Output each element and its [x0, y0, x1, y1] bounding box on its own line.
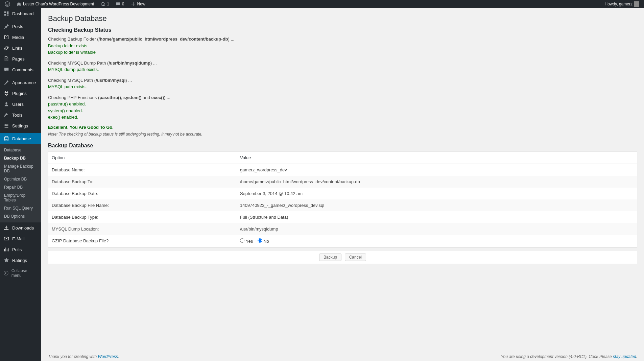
sidebar-item-pages[interactable]: Pages [0, 53, 41, 64]
mail-icon [3, 236, 9, 242]
sidebar-item-comments[interactable]: Comments [0, 64, 41, 75]
sidebar-item-links[interactable]: Links [0, 43, 41, 53]
value-cell: 1409740923_-_gamerz_wordpress_dev.sql [237, 199, 637, 211]
sidebar-item-appearance[interactable]: Appearance [0, 77, 41, 88]
submenu-item-optimize-db[interactable]: Optimize DB [0, 175, 41, 183]
comments-bar[interactable]: 0 [113, 0, 126, 8]
new-label: New [137, 0, 145, 8]
dashboard-icon [3, 10, 9, 17]
sidebar-item-polls[interactable]: Polls [0, 244, 41, 255]
sidebar-item-label: Downloads [12, 225, 34, 231]
backup-button[interactable]: Backup [319, 254, 341, 261]
collapse-menu[interactable]: Collapse menu [0, 266, 41, 281]
backup-heading: Backup Database [48, 143, 637, 149]
sidebar-item-plugins[interactable]: Plugins [0, 88, 41, 99]
sidebar-item-posts[interactable]: Posts [0, 21, 41, 32]
sidebar-item-label: Database [12, 136, 31, 141]
option-cell: MYSQL Dump Location: [48, 223, 237, 235]
sidebar-item-label: Users [12, 102, 24, 107]
checking-heading: Checking Backup Status [48, 27, 637, 33]
pin-icon [3, 23, 9, 29]
gzip-no-radio[interactable] [258, 238, 262, 243]
note-msg: Note: The checking of backup status is s… [48, 132, 637, 137]
sidebar-item-media[interactable]: Media [0, 32, 41, 43]
footer-version: You are using a development version (4.0… [501, 354, 637, 359]
sidebar-item-label: Ratings [12, 258, 27, 263]
gzip-yes-radio[interactable] [240, 238, 244, 243]
wordpress-link[interactable]: WordPress [98, 354, 118, 359]
sidebar-item-label: Posts [12, 24, 23, 29]
gzip-yes-label[interactable]: Yes [240, 239, 253, 244]
wp-logo[interactable] [3, 1, 12, 7]
table-row: MYSQL Dump Location:/usr/bin/mysqldump [48, 223, 637, 235]
sidebar-item-label: Pages [12, 56, 25, 62]
sidebar-item-label: E-Mail [12, 236, 25, 241]
sidebar-item-label: Tools [12, 113, 22, 118]
sidebar-item-dashboard[interactable]: Dashboard [0, 8, 41, 19]
admin-footer: Thank you for creating with WordPress. Y… [41, 352, 644, 361]
database-icon [3, 136, 9, 142]
sidebar-item-users[interactable]: Users [0, 99, 41, 110]
new-content[interactable]: New [128, 0, 147, 8]
submenu-item-run-sql-query[interactable]: Run SQL Query [0, 204, 41, 212]
sidebar-item-settings[interactable]: Settings [0, 120, 41, 131]
sidebar-item-downloads[interactable]: Downloads [0, 222, 41, 233]
plug-icon [3, 90, 9, 96]
submenu-item-empty-drop-tables[interactable]: Empty/Drop Tables [0, 191, 41, 204]
svg-point-1 [5, 102, 7, 104]
admin-sidebar: DashboardPostsMediaLinksPagesCommentsApp… [0, 8, 41, 361]
svg-point-4 [6, 127, 7, 128]
avatar [634, 1, 639, 7]
gzip-no-label[interactable]: No [258, 239, 269, 244]
howdy-text: Howdy, gamerz [605, 0, 633, 8]
collapse-label: Collapse menu [11, 268, 38, 278]
value-cell: /home/gamerz/public_html/wordpress_dev/c… [237, 176, 637, 188]
svg-point-5 [5, 136, 8, 138]
updates-count: 1 [107, 0, 109, 8]
excellent-msg: Excellent. You Are Good To Go. [48, 125, 637, 130]
sidebar-item-label: Plugins [12, 91, 27, 96]
media-icon [3, 34, 9, 40]
sliders-icon [3, 123, 9, 129]
refresh-icon [100, 1, 105, 7]
sidebar-item-label: Polls [12, 247, 22, 252]
backup-options-table: Option Value Database Name:gamerz_wordpr… [48, 151, 637, 247]
table-row: Database Backup To:/home/gamerz/public_h… [48, 176, 637, 188]
submenu-item-repair-db[interactable]: Repair DB [0, 183, 41, 191]
option-cell: GZIP Database Backup File? [48, 235, 237, 247]
howdy[interactable]: Howdy, gamerz [603, 0, 641, 8]
option-cell: Database Backup Type: [48, 211, 237, 223]
cancel-button[interactable]: Cancel [345, 254, 366, 261]
status-folder: Checking Backup Folder (/home/gamerz/pub… [48, 36, 637, 56]
wordpress-icon [5, 1, 10, 7]
site-home[interactable]: Lester Chan's WordPress Development [14, 0, 96, 8]
submenu-item-database[interactable]: Database [0, 146, 41, 154]
submenu: DatabaseBackup DBManage Backup DBOptimiz… [0, 144, 41, 222]
sidebar-item-database[interactable]: Database [0, 133, 41, 144]
value-cell: gamerz_wordpress_dev [237, 164, 637, 176]
site-name: Lester Chan's WordPress Development [23, 0, 94, 8]
plus-icon [130, 1, 136, 7]
status-mysqldump: Checking MYSQL Dump Path (/usr/bin/mysql… [48, 60, 637, 73]
svg-point-2 [5, 124, 6, 125]
updates[interactable]: 1 [98, 0, 111, 8]
value-cell: September 3, 2014 @ 10:42 am [237, 188, 637, 199]
user-icon [3, 101, 9, 107]
download-icon [3, 225, 9, 231]
sidebar-item-ratings[interactable]: Ratings [0, 255, 41, 266]
col-value: Value [237, 151, 637, 164]
wrench-icon [3, 112, 9, 118]
sidebar-item-e-mail[interactable]: E-Mail [0, 233, 41, 244]
value-cell: YesNo [237, 235, 637, 247]
submenu-item-db-options[interactable]: DB Options [0, 212, 41, 220]
admin-bar: Lester Chan's WordPress Development 1 0 … [0, 0, 644, 8]
submenu-item-backup-db[interactable]: Backup DB [0, 154, 41, 162]
page-content: Backup Database Checking Backup Status C… [41, 8, 644, 361]
sidebar-item-tools[interactable]: Tools [0, 110, 41, 120]
stay-updated-link[interactable]: stay updated [613, 354, 636, 359]
value-cell: /usr/bin/mysqldump [237, 223, 637, 235]
submenu-item-manage-backup-db[interactable]: Manage Backup DB [0, 162, 41, 175]
footer-thanks: Thank you for creating with WordPress. [48, 354, 119, 359]
table-row: Database Backup Type:Full (Structure and… [48, 211, 637, 223]
page-icon [3, 56, 9, 62]
